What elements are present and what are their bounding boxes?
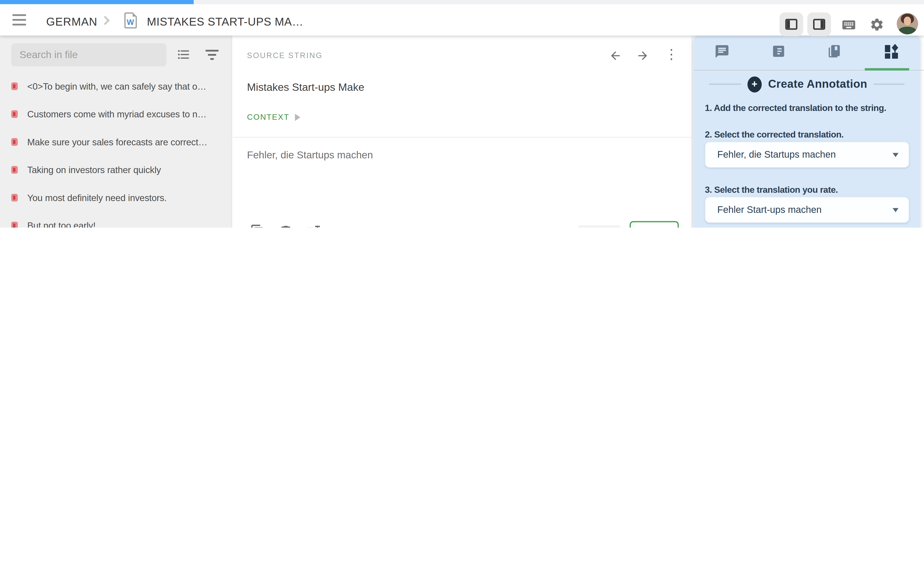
header-rule [709,84,741,85]
tab-glossary[interactable] [750,35,807,70]
toggle-right-panel-button[interactable] [807,12,831,36]
status-square [11,110,18,118]
list-item-label: <0>To begin with, we can safely say that… [27,81,232,91]
list-item[interactable]: You most definitely need investors. [0,184,232,212]
chat-icon [714,44,730,61]
list-item-label: You most definitely need investors. [27,192,232,203]
trash-icon[interactable] [278,224,293,228]
chevron-right-icon [100,16,110,25]
tab-divider [920,70,924,71]
book-icon [828,44,842,61]
chevron-down-icon [893,153,899,157]
list-item-label: But not too early! [27,220,232,228]
list-item[interactable]: Taking on investors rather quickly [0,156,232,184]
list-item-label: Taking on investors rather quickly [27,164,232,175]
status-square [11,138,18,146]
text-cursor-icon[interactable] [305,224,322,228]
rated-translation-dropdown[interactable]: Fehler Start-ups machen [705,197,909,223]
active-tab-underline [865,68,909,71]
step-1-label: 1. Add the corrected translation to the … [705,103,886,113]
step-3-label: 3. Select the translation you rate. [705,184,838,195]
list-item[interactable]: But not too early! [0,212,232,228]
context-expander[interactable]: CONTEXT [247,113,300,122]
step-2-label: 2. Select the corrected translation. [705,129,844,139]
status-square [11,222,18,228]
kebab-menu-icon[interactable]: ⋮ [665,48,678,60]
copy-icon[interactable] [250,224,266,228]
save-button[interactable]: SAVE [630,221,679,228]
list-item[interactable]: Make sure your sales forecasts are corre… [0,128,232,156]
dropdown-value: Fehler Start-ups machen [718,205,822,215]
plus-circle-icon: + [748,76,762,92]
gear-icon[interactable] [869,17,885,35]
arrow-right-icon[interactable] [636,49,649,62]
app-window: GERMAN W MISTAKES START-UPS MA… Search i… [0,0,924,228]
char-counter: 23 27 [578,225,621,228]
shapes-icon [885,44,899,61]
keyboard-icon[interactable] [841,17,856,35]
expand-arrow-icon [295,114,300,121]
list-icon[interactable] [176,47,191,64]
glossary-icon [771,44,786,61]
status-square [11,194,18,202]
create-annotation-header: + Create Annotation [694,74,920,94]
list-item-label: Make sure your sales forecasts are corre… [27,137,232,147]
status-square [11,166,18,174]
panel-left-icon [784,17,798,32]
progress-bar [0,0,194,4]
corrected-translation-dropdown[interactable]: Fehler, die Startups machen [705,142,909,168]
user-avatar[interactable] [897,13,918,34]
breadcrumb-project[interactable]: GERMAN [46,15,97,29]
arrow-left-icon[interactable] [609,49,622,62]
status-square [11,82,18,90]
list-item[interactable]: <0>To begin with, we can safely say that… [0,72,232,100]
chevron-down-icon [893,208,899,212]
tab-comments[interactable] [694,35,750,70]
list-item[interactable]: Customers come with myriad excuses to n… [0,100,232,128]
word-doc-icon: W [124,12,137,29]
toggle-left-panel-button[interactable] [780,12,803,36]
top-strip [0,0,924,4]
app-header: GERMAN W MISTAKES START-UPS MA… [0,4,924,36]
dropdown-value: Fehler, die Startups machen [718,149,836,160]
menu-icon[interactable] [12,14,26,26]
strings-sidebar: Search in file <0>To begin with, we can … [0,35,232,228]
filter-icon[interactable] [206,50,218,61]
source-string-text: Mistakes Start-ups Make [247,81,364,94]
tab-dictionary[interactable] [807,35,863,70]
string-list: <0>To begin with, we can safely say that… [0,72,232,228]
annotation-panel: + Create Annotation 1. Add the corrected… [694,35,920,228]
search-input[interactable]: Search in file [11,43,167,67]
panel-right-icon [812,17,826,32]
translation-input[interactable]: Fehler, die Startups machen [247,149,373,161]
right-panel-tabs [694,35,920,71]
header-rule [874,84,904,85]
list-item-label: Customers come with myriad excuses to n… [27,109,232,120]
breadcrumb-document[interactable]: MISTAKES START-UPS MA… [147,15,303,29]
context-label: CONTEXT [247,113,290,122]
tab-annotations[interactable] [863,35,920,70]
editor-panel: SOURCE STRING ⋮ Mistakes Start-ups Make … [233,35,692,228]
divider [233,137,692,138]
create-annotation-title: Create Annotation [768,78,867,91]
source-string-label: SOURCE STRING [247,51,323,60]
